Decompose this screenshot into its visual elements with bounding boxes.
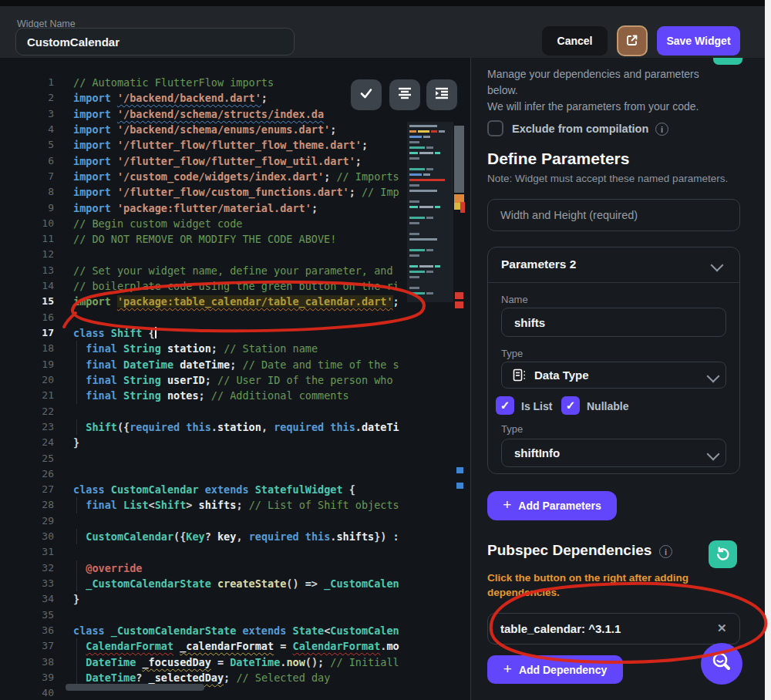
text-cursor	[155, 327, 157, 338]
line-number: 21	[0, 388, 54, 403]
nullable-checkbox[interactable]: ✓	[561, 396, 580, 415]
line-number: 10	[0, 216, 54, 231]
line-number: 22	[0, 404, 54, 419]
indent-code-button[interactable]	[426, 79, 457, 110]
editor-minimap[interactable]	[407, 122, 453, 302]
line-number: 5	[0, 137, 54, 153]
pubspec-info-icon[interactable]: i	[659, 545, 672, 558]
code-line-6: 6import '/flutter_flow/flutter_flow_util…	[0, 153, 470, 169]
search-zoom-fab[interactable]	[701, 643, 742, 685]
line-number: 14	[0, 278, 54, 294]
code-line-7: 7import '/custom_code/widgets/index.dart…	[0, 169, 470, 184]
header-bar: Widget Name Cancel Save Widget	[0, 6, 771, 58]
line-number: 23	[0, 419, 54, 435]
line-number: 28	[0, 497, 54, 513]
param-name-value: shifts	[514, 316, 545, 329]
line-number: 13	[0, 263, 54, 278]
refresh-dependencies-button[interactable]	[709, 540, 737, 568]
code-line-24: 24}	[0, 435, 470, 450]
code-editor[interactable]: 1// Automatic FlutterFlow imports2import…	[0, 58, 470, 700]
line-number: 25	[0, 451, 54, 466]
code-line-34: 34}	[0, 591, 470, 607]
code-line-27: 27class CustomCalendar extends StatefulW…	[0, 482, 470, 497]
code-line-38: 38 DateTime _focusedDay = DateTime.now()…	[0, 655, 470, 670]
checkmark-icon	[359, 86, 374, 104]
check-code-button[interactable]	[351, 79, 382, 110]
format-code-button[interactable]	[389, 79, 420, 110]
line-number: 11	[0, 231, 54, 247]
line-number: 8	[0, 184, 54, 200]
param-type-dropdown[interactable]: Data Type	[501, 362, 726, 389]
plus-icon: +	[503, 496, 511, 513]
line-number: 1	[0, 75, 54, 90]
add-parameters-button[interactable]: + Add Parameters	[487, 491, 617, 520]
pubspec-dependencies-title: Pubspec Dependencies	[487, 542, 651, 559]
minimap-scrollbar-thumb[interactable]	[454, 126, 464, 193]
line-number: 18	[0, 341, 54, 356]
ruler-mark-blue-2	[456, 483, 463, 489]
code-line-25: 25	[0, 451, 470, 466]
ruler-mark-red-small	[460, 202, 465, 213]
ruler-mark-red-2	[455, 301, 463, 308]
plus-icon: +	[503, 661, 512, 678]
pubspec-warning-text: Click the button on the right after addi…	[487, 570, 711, 600]
param-width-height-label: Width and Height (required)	[500, 209, 638, 221]
code-line-20: 20 final String userID; // User ID of th…	[0, 372, 470, 388]
save-widget-button-label: Save Widget	[666, 35, 730, 47]
save-widget-button[interactable]: Save Widget	[657, 26, 740, 56]
panel-scrollbar[interactable]	[765, 0, 771, 700]
code-line-23: 23 Shift({required this.station, require…	[0, 419, 470, 435]
scrolled-teal-button[interactable]	[713, 58, 742, 65]
line-number: 2	[0, 90, 54, 106]
line-number: 37	[0, 638, 54, 654]
line-number: 30	[0, 529, 54, 544]
add-dependency-button[interactable]: + Add Dependency	[487, 655, 623, 684]
expand-editor-button[interactable]	[617, 25, 648, 56]
line-number: 7	[0, 169, 54, 184]
dependency-value: table_calendar: ^3.1.1	[500, 622, 621, 635]
is-list-label: Is List	[521, 400, 552, 412]
code-line-10: 10// Begin custom widget code	[0, 216, 470, 231]
param-type2-value: shiftInfo	[514, 446, 560, 459]
is-list-checkbox[interactable]: ✓	[496, 396, 514, 415]
define-parameters-title: Define Parameters	[487, 150, 629, 168]
param-name-input[interactable]: shifts	[501, 308, 726, 337]
line-number: 26	[0, 466, 54, 482]
line-number: 19	[0, 357, 54, 372]
line-number: 38	[0, 655, 54, 670]
parameter-group-title: Parameters 2	[501, 257, 576, 271]
code-line-26: 26	[0, 466, 470, 482]
define-parameters-note: Note: Widget must accept these named par…	[487, 173, 757, 184]
code-line-14: 14// boilerplate code using the green bu…	[0, 278, 470, 294]
widget-name-input[interactable]	[15, 28, 295, 56]
line-number: 12	[0, 247, 54, 262]
code-line-12: 12	[0, 247, 470, 262]
code-line-22: 22	[0, 404, 470, 419]
code-line-33: 33 _CustomCalendarState createState() =>…	[0, 576, 470, 591]
code-line-8: 8import '/flutter_flow/custom_functions.…	[0, 184, 470, 200]
flutterflow-custom-widget-editor: Widget Name Cancel Save Widget 1// Autom…	[0, 0, 771, 700]
code-line-16: 16	[0, 310, 470, 325]
code-line-11: 11// DO NOT REMOVE OR MODIFY THE CODE AB…	[0, 231, 470, 247]
code-line-31: 31	[0, 544, 470, 560]
refresh-icon	[715, 546, 732, 563]
line-number: 40	[0, 685, 54, 700]
dependency-chip[interactable]: table_calendar: ^3.1.1	[487, 613, 740, 644]
param-type2-dropdown[interactable]: shiftInfo	[501, 439, 726, 467]
exclude-compilation-checkbox[interactable]	[487, 120, 503, 136]
top-strip	[0, 0, 771, 6]
line-number: 20	[0, 372, 54, 388]
line-number: 39	[0, 670, 54, 685]
cancel-button[interactable]: Cancel	[542, 26, 608, 56]
code-line-32: 32 @override	[0, 560, 470, 576]
code-line-30: 30 CustomCalendar({Key? key, required th…	[0, 529, 470, 544]
remove-dependency-icon[interactable]: ✕	[717, 621, 727, 635]
horizontal-scrollbar[interactable]	[66, 684, 204, 691]
exclude-info-icon[interactable]: i	[655, 123, 668, 136]
code-line-21: 21 final String notes; // Additional com…	[0, 388, 470, 403]
code-line-35: 35	[0, 607, 470, 623]
line-number: 24	[0, 435, 54, 450]
line-number: 36	[0, 623, 54, 638]
code-line-36: 36class _CustomCalendarState extends Sta…	[0, 623, 470, 638]
param-width-height-field[interactable]: Width and Height (required)	[487, 199, 740, 231]
